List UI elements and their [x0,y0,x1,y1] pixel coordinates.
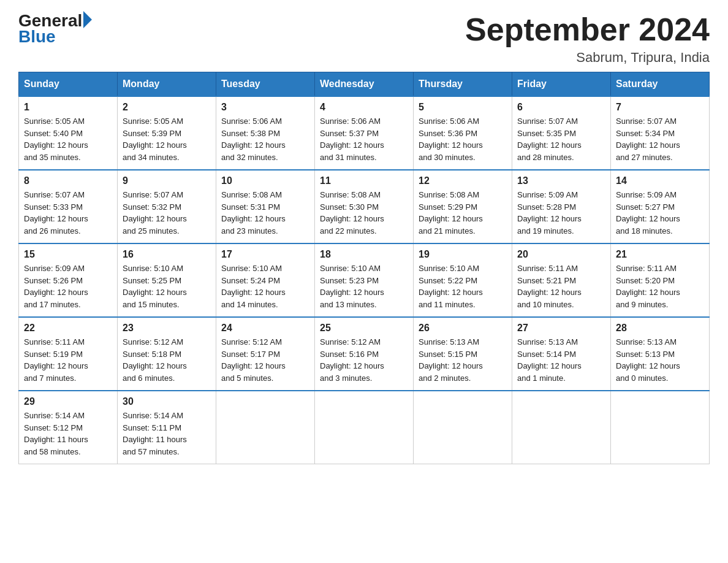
calendar-cell: 1 Sunrise: 5:05 AMSunset: 5:40 PMDayligh… [19,96,118,170]
day-number: 11 [320,175,408,186]
day-info: Sunrise: 5:05 AMSunset: 5:40 PMDaylight:… [24,117,88,162]
day-number: 30 [123,396,211,407]
day-info: Sunrise: 5:12 AMSunset: 5:18 PMDaylight:… [123,337,187,383]
day-number: 15 [24,249,112,260]
week-row-2: 8 Sunrise: 5:07 AMSunset: 5:33 PMDayligh… [19,170,710,243]
calendar-cell: 2 Sunrise: 5:05 AMSunset: 5:39 PMDayligh… [118,96,216,170]
day-info: Sunrise: 5:10 AMSunset: 5:22 PMDaylight:… [419,264,483,309]
calendar-cell: 26 Sunrise: 5:13 AMSunset: 5:15 PMDaylig… [414,317,512,391]
calendar-cell: 6 Sunrise: 5:07 AMSunset: 5:35 PMDayligh… [512,96,611,170]
day-info: Sunrise: 5:11 AMSunset: 5:21 PMDaylight:… [517,264,582,309]
calendar-cell: 22 Sunrise: 5:11 AMSunset: 5:19 PMDaylig… [19,317,118,391]
calendar-header-row: SundayMondayTuesdayWednesdayThursdayFrid… [19,72,710,97]
calendar-cell: 29 Sunrise: 5:14 AMSunset: 5:12 PMDaylig… [19,391,118,464]
day-info: Sunrise: 5:07 AMSunset: 5:35 PMDaylight:… [517,117,582,162]
calendar-cell [512,391,611,464]
page-header: General Blue September 2024 Sabrum, Trip… [18,12,710,66]
day-info: Sunrise: 5:08 AMSunset: 5:30 PMDaylight:… [320,190,384,236]
location-title: Sabrum, Tripura, India [465,50,710,66]
logo: General Blue [18,12,92,47]
day-number: 14 [616,175,704,186]
day-number: 28 [616,323,704,334]
calendar-cell: 19 Sunrise: 5:10 AMSunset: 5:22 PMDaylig… [414,243,512,317]
day-info: Sunrise: 5:08 AMSunset: 5:29 PMDaylight:… [419,190,483,236]
day-number: 12 [419,175,507,186]
calendar-cell: 25 Sunrise: 5:12 AMSunset: 5:16 PMDaylig… [315,317,414,391]
header-sunday: Sunday [19,72,118,97]
day-info: Sunrise: 5:06 AMSunset: 5:36 PMDaylight:… [419,117,483,162]
calendar-cell: 12 Sunrise: 5:08 AMSunset: 5:29 PMDaylig… [414,170,512,243]
day-info: Sunrise: 5:13 AMSunset: 5:15 PMDaylight:… [419,337,483,383]
logo-arrow-icon [83,11,92,28]
calendar-cell: 4 Sunrise: 5:06 AMSunset: 5:37 PMDayligh… [315,96,414,170]
day-number: 16 [123,249,211,260]
header-friday: Friday [512,72,611,97]
calendar-cell: 10 Sunrise: 5:08 AMSunset: 5:31 PMDaylig… [216,170,315,243]
day-info: Sunrise: 5:06 AMSunset: 5:37 PMDaylight:… [320,117,384,162]
month-title: September 2024 [465,12,710,47]
calendar-cell: 11 Sunrise: 5:08 AMSunset: 5:30 PMDaylig… [315,170,414,243]
day-info: Sunrise: 5:10 AMSunset: 5:25 PMDaylight:… [123,264,187,309]
day-info: Sunrise: 5:13 AMSunset: 5:13 PMDaylight:… [616,337,680,383]
day-number: 29 [24,396,112,407]
day-number: 24 [221,323,309,334]
day-info: Sunrise: 5:07 AMSunset: 5:34 PMDaylight:… [616,117,680,162]
day-number: 2 [123,102,211,113]
calendar-cell: 27 Sunrise: 5:13 AMSunset: 5:14 PMDaylig… [512,317,611,391]
logo-blue: Blue [18,27,56,47]
day-number: 7 [616,102,704,113]
day-number: 18 [320,249,408,260]
header-thursday: Thursday [414,72,512,97]
calendar-cell: 13 Sunrise: 5:09 AMSunset: 5:28 PMDaylig… [512,170,611,243]
day-number: 26 [419,323,507,334]
header-tuesday: Tuesday [216,72,315,97]
day-number: 10 [221,175,309,186]
calendar-cell: 18 Sunrise: 5:10 AMSunset: 5:23 PMDaylig… [315,243,414,317]
calendar-table: SundayMondayTuesdayWednesdayThursdayFrid… [18,72,710,464]
day-info: Sunrise: 5:10 AMSunset: 5:23 PMDaylight:… [320,264,384,309]
day-number: 21 [616,249,704,260]
day-info: Sunrise: 5:14 AMSunset: 5:12 PMDaylight:… [24,411,88,456]
calendar-cell: 30 Sunrise: 5:14 AMSunset: 5:11 PMDaylig… [118,391,216,464]
calendar-cell: 9 Sunrise: 5:07 AMSunset: 5:32 PMDayligh… [118,170,216,243]
day-number: 6 [517,102,605,113]
calendar-cell: 24 Sunrise: 5:12 AMSunset: 5:17 PMDaylig… [216,317,315,391]
calendar-cell [216,391,315,464]
day-number: 27 [517,323,605,334]
calendar-cell: 28 Sunrise: 5:13 AMSunset: 5:13 PMDaylig… [611,317,710,391]
day-info: Sunrise: 5:11 AMSunset: 5:20 PMDaylight:… [616,264,680,309]
day-info: Sunrise: 5:12 AMSunset: 5:17 PMDaylight:… [221,337,286,383]
day-info: Sunrise: 5:09 AMSunset: 5:26 PMDaylight:… [24,264,88,309]
day-info: Sunrise: 5:07 AMSunset: 5:33 PMDaylight:… [24,190,88,236]
calendar-cell: 17 Sunrise: 5:10 AMSunset: 5:24 PMDaylig… [216,243,315,317]
day-number: 5 [419,102,507,113]
calendar-cell: 3 Sunrise: 5:06 AMSunset: 5:38 PMDayligh… [216,96,315,170]
day-number: 9 [123,175,211,186]
day-number: 1 [24,102,112,113]
day-info: Sunrise: 5:13 AMSunset: 5:14 PMDaylight:… [517,337,582,383]
day-number: 8 [24,175,112,186]
calendar-cell [414,391,512,464]
calendar-cell [315,391,414,464]
calendar-cell: 21 Sunrise: 5:11 AMSunset: 5:20 PMDaylig… [611,243,710,317]
week-row-4: 22 Sunrise: 5:11 AMSunset: 5:19 PMDaylig… [19,317,710,391]
day-info: Sunrise: 5:10 AMSunset: 5:24 PMDaylight:… [221,264,286,309]
header-monday: Monday [118,72,216,97]
day-info: Sunrise: 5:12 AMSunset: 5:16 PMDaylight:… [320,337,384,383]
header-wednesday: Wednesday [315,72,414,97]
week-row-1: 1 Sunrise: 5:05 AMSunset: 5:40 PMDayligh… [19,96,710,170]
day-info: Sunrise: 5:06 AMSunset: 5:38 PMDaylight:… [221,117,286,162]
calendar-cell [611,391,710,464]
day-number: 19 [419,249,507,260]
day-info: Sunrise: 5:05 AMSunset: 5:39 PMDaylight:… [123,117,187,162]
calendar-cell: 5 Sunrise: 5:06 AMSunset: 5:36 PMDayligh… [414,96,512,170]
calendar-cell: 7 Sunrise: 5:07 AMSunset: 5:34 PMDayligh… [611,96,710,170]
header-saturday: Saturday [611,72,710,97]
day-number: 17 [221,249,309,260]
title-area: September 2024 Sabrum, Tripura, India [465,12,710,66]
day-number: 3 [221,102,309,113]
day-number: 4 [320,102,408,113]
day-info: Sunrise: 5:09 AMSunset: 5:27 PMDaylight:… [616,190,680,236]
calendar-cell: 14 Sunrise: 5:09 AMSunset: 5:27 PMDaylig… [611,170,710,243]
day-number: 22 [24,323,112,334]
